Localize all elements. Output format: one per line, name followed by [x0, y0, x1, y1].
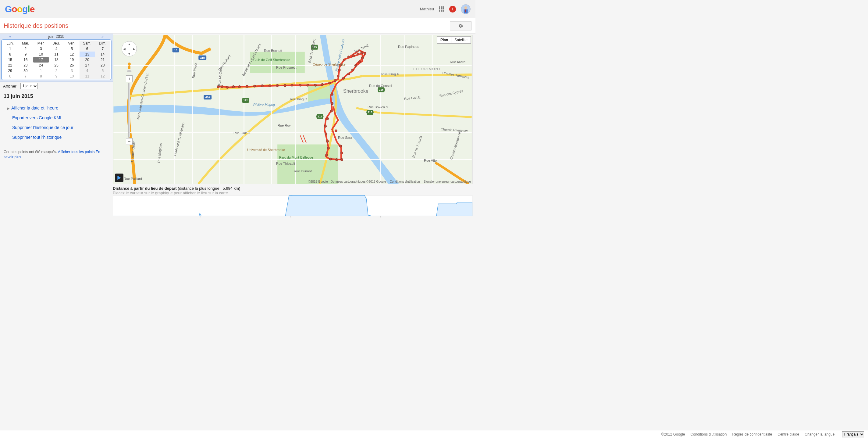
apps-icon[interactable]	[439, 6, 444, 12]
calendar-day[interactable]: 5	[64, 46, 80, 52]
calendar-day[interactable]: 10	[33, 52, 49, 57]
calendar-day[interactable]: 8	[33, 74, 49, 79]
calendar-day[interactable]: 5	[95, 68, 110, 74]
map-terms-link[interactable]: Conditions d'utilisation	[390, 180, 420, 183]
link-export-kml[interactable]: Exporter vers Google KML	[12, 113, 100, 123]
calendar-day[interactable]: 27	[80, 62, 95, 68]
svg-point-21	[299, 84, 302, 86]
calendar-prev[interactable]: «	[9, 34, 11, 39]
pan-down-icon[interactable]: ▼	[128, 52, 131, 56]
calendar-day[interactable]: 26	[64, 62, 80, 68]
link-delete-all[interactable]: Supprimer tout l'historique	[12, 133, 100, 142]
map-pan-control[interactable]: ▲ ◀ ▶ ▼	[122, 41, 137, 56]
settings-button[interactable]	[450, 21, 472, 30]
calendar-day[interactable]: 17	[33, 57, 49, 62]
calendar-weekday: Lun.	[2, 40, 18, 46]
map-report-link[interactable]: Signaler une erreur cartographique	[424, 180, 471, 183]
calendar-day[interactable]: 6	[2, 74, 18, 79]
zoom-in-button[interactable]: +	[126, 75, 132, 82]
calendar-day[interactable]: 30	[18, 68, 33, 74]
svg-point-34	[361, 52, 363, 54]
pan-up-icon[interactable]: ▲	[128, 42, 131, 46]
calendar-day[interactable]: 22	[2, 62, 18, 68]
map-type-plan[interactable]: Plan	[437, 37, 452, 43]
calendar-day[interactable]: 4	[49, 46, 64, 52]
calendar-day[interactable]: 7	[18, 74, 33, 79]
svg-point-33	[356, 53, 359, 55]
svg-point-51	[330, 158, 332, 160]
map[interactable]: 10 410 410 112 143 216 216 216 Sherbrook…	[113, 35, 472, 184]
svg-point-42	[331, 93, 333, 95]
svg-point-55	[339, 145, 342, 147]
pegman-icon[interactable]	[126, 62, 132, 72]
calendar-day[interactable]: 20	[80, 57, 95, 62]
calendar-day[interactable]: 15	[2, 57, 18, 62]
svg-point-39	[351, 69, 354, 71]
calendar-next[interactable]: »	[101, 34, 104, 39]
calendar-day[interactable]: 18	[49, 57, 64, 62]
display-label: Afficher :	[3, 84, 19, 88]
calendar-month-label: juin 2015	[49, 34, 65, 39]
chart-canvas[interactable]	[113, 195, 472, 220]
calendar-day[interactable]: 12	[64, 52, 80, 57]
calendar-day[interactable]: 19	[64, 57, 80, 62]
calendar-day[interactable]: 28	[95, 62, 110, 68]
zoom-out-button[interactable]: −	[126, 138, 132, 145]
calendar-day[interactable]: 16	[18, 57, 33, 62]
google-logo[interactable]: Google	[5, 4, 34, 14]
link-show-time[interactable]: Afficher la date et l'heure	[12, 103, 100, 113]
svg-text:216: 216	[317, 115, 322, 118]
pan-right-icon[interactable]: ▶	[133, 47, 135, 51]
svg-point-41	[342, 77, 345, 79]
map-type-satellite[interactable]: Satellite	[452, 37, 471, 43]
calendar-day[interactable]: 21	[95, 57, 110, 62]
pan-left-icon[interactable]: ◀	[123, 47, 126, 51]
display-row: Afficher : 1 jour	[0, 82, 113, 91]
calendar-day[interactable]: 29	[2, 68, 18, 74]
calendar-day[interactable]: 23	[18, 62, 33, 68]
avatar[interactable]	[461, 4, 471, 14]
map-city-label: Sherbrooke	[343, 88, 369, 94]
svg-point-25	[329, 82, 331, 84]
link-delete-day[interactable]: Supprimer l'historique de ce jour	[12, 123, 100, 133]
svg-text:112: 112	[243, 99, 248, 102]
link-show-all-points[interactable]: Afficher tous les points	[58, 150, 95, 154]
user-name[interactable]: Mathieu	[420, 7, 434, 11]
calendar-day[interactable]: 2	[18, 46, 33, 52]
calendar-day[interactable]: 7	[95, 46, 110, 52]
display-select[interactable]: 1 jour	[21, 83, 38, 89]
calendar-day[interactable]: 8	[2, 52, 18, 57]
calendar-day[interactable]: 4	[80, 68, 95, 74]
svg-point-44	[330, 110, 333, 112]
svg-point-43	[331, 102, 333, 105]
svg-rect-3	[465, 9, 466, 12]
calendar-day[interactable]: 13	[80, 52, 95, 57]
zoom-slider[interactable]	[128, 83, 130, 138]
calendar-day[interactable]: 14	[95, 52, 110, 57]
calendar-day[interactable]: 1	[2, 46, 18, 52]
calendar-day[interactable]: 1	[33, 68, 49, 74]
calendar-day[interactable]: 3	[64, 68, 80, 74]
calendar-weekday: Dim.	[95, 40, 110, 46]
calendar-day[interactable]: 11	[80, 74, 95, 79]
page-title: Historique des positions	[4, 22, 68, 29]
play-button[interactable]	[115, 174, 123, 182]
svg-point-70	[128, 62, 131, 65]
calendar-day[interactable]: 9	[49, 74, 64, 79]
svg-point-35	[364, 52, 366, 55]
calendar-day[interactable]: 11	[49, 52, 64, 57]
svg-rect-69	[128, 65, 130, 69]
calendar-day[interactable]: 24	[33, 62, 49, 68]
calendar-day[interactable]: 10	[64, 74, 80, 79]
svg-point-47	[325, 133, 327, 135]
calendar-day[interactable]: 25	[49, 62, 64, 68]
calendar-grid: Lun.Mar.Mer.Jeu.Ven.Sam.Dim.123456789101…	[1, 39, 112, 80]
calendar-day[interactable]: 6	[80, 46, 95, 52]
svg-text:10: 10	[174, 49, 177, 52]
svg-point-16	[261, 85, 263, 87]
calendar-day[interactable]: 3	[33, 46, 49, 52]
notifications-badge[interactable]: 1	[449, 6, 456, 12]
calendar-day[interactable]: 2	[49, 68, 64, 74]
calendar-day[interactable]: 12	[95, 74, 110, 79]
calendar-day[interactable]: 9	[18, 52, 33, 57]
